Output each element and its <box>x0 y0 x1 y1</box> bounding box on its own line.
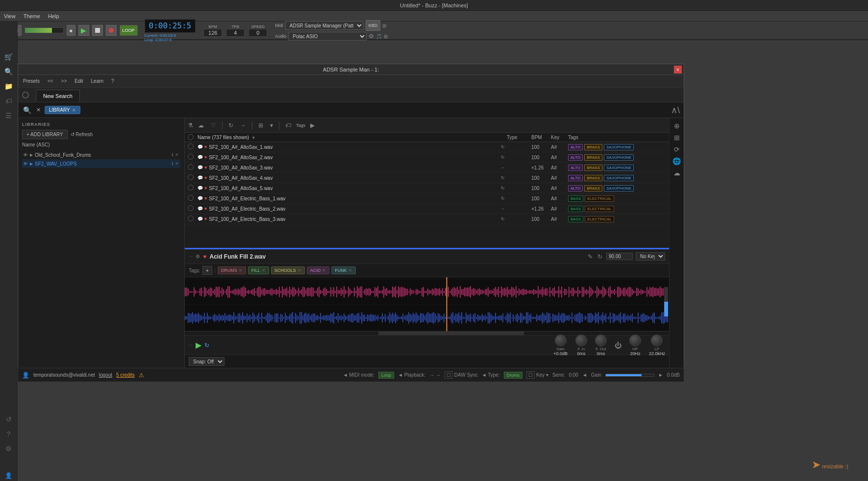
row-chat-icon[interactable]: 💬 <box>198 216 203 221</box>
file-row[interactable]: 💬 ♥ SF2_100_A#_AltoSax_1.wav ↻ 100 A# AL… <box>185 142 669 152</box>
speed-value[interactable]: 0 <box>248 29 267 37</box>
row-circle[interactable] <box>188 154 194 160</box>
bpm-col-header[interactable]: BPM <box>531 135 551 140</box>
right-icon-plus[interactable]: ⊕ <box>674 122 680 130</box>
audio-settings-icon[interactable]: ⚙ <box>369 33 374 40</box>
preview-bpm-input[interactable] <box>606 253 633 260</box>
type-col-header[interactable]: Type <box>507 135 531 140</box>
hp-knob[interactable] <box>629 335 641 346</box>
kbd-button[interactable]: KBD <box>366 20 381 31</box>
row-chat-icon[interactable]: 💬 <box>198 144 203 149</box>
row-chat-icon[interactable]: 💬 <box>198 196 203 201</box>
sidebar-icon-user[interactable]: 👤 <box>3 470 14 481</box>
midi-device-select[interactable]: ADSR Sample Manager (Patte... <box>285 21 364 30</box>
row-heart-icon[interactable]: ♥ <box>204 186 207 191</box>
sidebar-icon-tag[interactable]: 🏷 <box>3 95 14 107</box>
volume-end-btn[interactable]: ■ <box>67 25 75 36</box>
row-chat-icon[interactable]: 💬 <box>198 175 203 180</box>
row-circle[interactable] <box>188 144 194 149</box>
file-row[interactable]: 💬 ♥ SF2_100_A#_AltoSax_2.wav ↻ 100 A# AL… <box>185 152 669 163</box>
menu-view[interactable]: View <box>4 13 16 19</box>
grid-dropdown[interactable]: ▾ <box>268 121 275 130</box>
key-check[interactable]: ☐ <box>526 371 535 379</box>
plugin-close-button[interactable]: × <box>674 66 682 73</box>
row-chat-icon[interactable]: 💬 <box>198 206 203 211</box>
file-row[interactable]: 💬 ♥ SF2_100_A#_AltoSax_4.wav ↻ 100 A# AL… <box>185 173 669 183</box>
toolbar-help[interactable]: ? <box>109 77 116 85</box>
row-heart-icon[interactable]: ♥ <box>204 196 207 201</box>
toolbar-nav-fwd[interactable]: >> <box>59 77 69 85</box>
preview-heart[interactable]: ♥ <box>203 253 206 260</box>
sidebar-icon-list[interactable]: ☰ <box>3 110 14 121</box>
sidebar-icon-rotate[interactable]: ↺ <box>4 413 14 425</box>
file-row[interactable]: 💬 ♥ SF2_100_A#_Electric_Bass_2.wav → ×1.… <box>185 204 669 214</box>
f-out-knob[interactable] <box>595 335 607 346</box>
settings-icon-small[interactable]: ⚙ <box>196 254 200 259</box>
play-button[interactable]: ▶ <box>78 25 89 36</box>
lib-info-btn-1[interactable]: ℹ <box>171 161 174 167</box>
bpm-value[interactable]: 126 <box>203 29 222 37</box>
pencil-icon[interactable]: ✎ <box>587 252 594 261</box>
menu-theme[interactable]: Theme <box>24 13 40 19</box>
sort-label[interactable]: Name (ASC) <box>22 142 50 147</box>
tpb-value[interactable]: 4 <box>226 29 245 37</box>
refresh-button[interactable]: ↺ Refresh <box>71 132 93 137</box>
audio-device-select[interactable]: Polac ASIO <box>288 32 367 41</box>
row-circle[interactable] <box>188 216 194 221</box>
gain-left-arrow[interactable]: ◄ <box>582 372 587 378</box>
library-item-1[interactable]: 👁 ▶ SF2_WAV_LOOPS ℹ ✕ <box>22 159 180 168</box>
search-clear-icon[interactable]: ✕ <box>35 106 42 114</box>
sidebar-icon-cart[interactable]: 🛒 <box>2 51 15 63</box>
credits-link[interactable]: 5 credits <box>116 372 135 378</box>
menu-help[interactable]: Help <box>48 13 59 19</box>
tag-funk-remove[interactable]: ✕ <box>348 268 352 273</box>
gain-slider[interactable] <box>605 374 654 377</box>
search-tab-new[interactable]: New Search <box>36 90 80 102</box>
waveform-container[interactable] <box>185 277 669 331</box>
daw-sync-check[interactable]: ☐ <box>445 371 453 379</box>
sync-icon[interactable]: ↻ <box>226 121 235 130</box>
toolbar-learn[interactable]: Learn <box>89 77 106 85</box>
row-circle[interactable] <box>188 185 194 191</box>
add-library-button[interactable]: + ADD LIBRARY <box>22 130 68 139</box>
tag-fill-remove[interactable]: ✕ <box>262 268 266 273</box>
record-button[interactable] <box>106 25 117 36</box>
row-chat-icon[interactable]: 💬 <box>198 165 203 170</box>
loop-mode-tag[interactable]: Loop <box>378 372 394 379</box>
right-icon-history[interactable]: ⟳ <box>674 145 680 153</box>
arrow-icon[interactable]: → <box>238 121 248 130</box>
bottom-loop-btn[interactable]: ↻ <box>204 342 209 349</box>
row-heart-icon[interactable]: ♥ <box>204 175 207 180</box>
file-row[interactable]: 💬 ♥ SF2_100_A#_Electric_Bass_3.wav ↻ 100… <box>185 214 669 224</box>
toolbar-presets[interactable]: Presets <box>21 77 42 85</box>
gain-knob[interactable] <box>555 335 567 346</box>
power-icon[interactable]: ⏻ <box>615 341 621 349</box>
row-heart-icon[interactable]: ♥ <box>204 165 207 170</box>
daw-sync[interactable]: ☐ DAW Sync <box>445 372 478 378</box>
library-item-0[interactable]: 👁 ▶ Old_School_Funk_Drums ℹ ✕ <box>22 150 180 159</box>
bottom-dots[interactable]: ··· <box>189 342 193 348</box>
lib-remove-btn-0[interactable]: ✕ <box>174 152 179 158</box>
tag-acid-remove[interactable]: ✕ <box>322 268 326 273</box>
row-circle[interactable] <box>188 174 194 180</box>
key-col-header[interactable]: Key <box>551 135 568 140</box>
key-dropdown[interactable]: ▾ <box>546 372 548 378</box>
sidebar-icon-search[interactable]: 🔍 <box>2 66 15 77</box>
snap-select[interactable]: Snap: Off <box>189 357 224 366</box>
row-circle[interactable] <box>188 164 194 170</box>
sidebar-icon-folder[interactable]: 📁 <box>2 80 15 92</box>
grid-icon[interactable]: ⊞ <box>256 121 265 130</box>
right-icon-box[interactable]: ⊞ <box>674 134 680 142</box>
volume-slider[interactable] <box>25 27 64 33</box>
filter-icon[interactable]: ⚗ <box>188 122 193 129</box>
stop-button[interactable] <box>92 25 103 36</box>
tag-filter-icon[interactable]: 🏷 <box>283 121 293 130</box>
row-circle[interactable] <box>188 205 194 211</box>
file-row[interactable]: 💬 ♥ SF2_100_A#_AltoSax_5.wav ↻ 100 A# AL… <box>185 183 669 193</box>
type-value[interactable]: Drums <box>504 372 523 379</box>
preview-dots[interactable]: ··· <box>189 254 193 259</box>
bottom-play-btn[interactable]: ▶ <box>196 340 201 350</box>
scrollbar-thumb[interactable] <box>378 332 523 335</box>
library-tag-close[interactable]: ✕ <box>72 108 76 113</box>
lp-knob[interactable] <box>651 335 663 346</box>
